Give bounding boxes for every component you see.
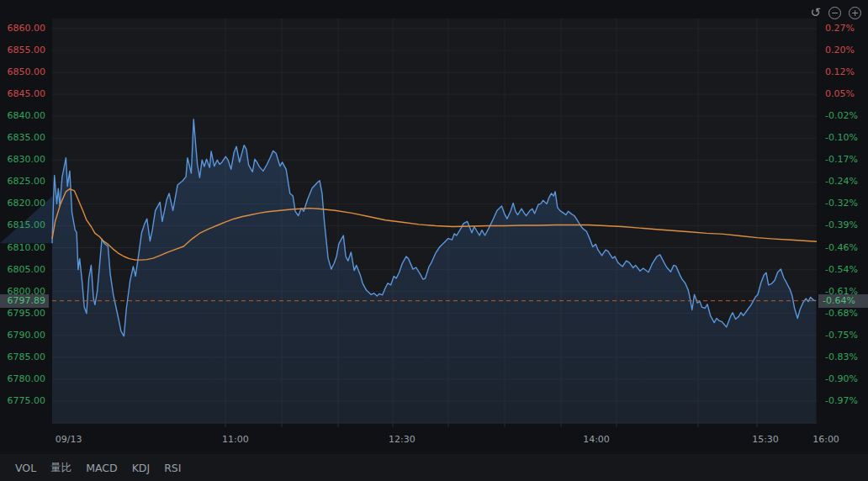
tab-rsi[interactable]: RSI	[164, 462, 181, 474]
time-axis-label: 12:30	[389, 434, 415, 445]
percent-axis-label: -0.68%	[825, 308, 858, 320]
price-axis-label: 6860.00	[0, 23, 45, 34]
price-axis-label: 6810.00	[0, 242, 45, 254]
chart-zoom-toolbar: ↺ − +	[810, 7, 861, 19]
percent-axis-label: -0.32%	[825, 198, 858, 209]
price-axis-label: 6785.00	[0, 352, 45, 363]
price-axis-label: 6850.00	[0, 66, 45, 78]
percent-axis-label: -0.83%	[825, 352, 858, 363]
percent-axis-label: -0.10%	[825, 132, 858, 144]
percent-axis-label: -0.17%	[825, 154, 858, 166]
tab-kdj[interactable]: KDJ	[132, 462, 151, 474]
percent-axis-label: -0.24%	[825, 176, 858, 188]
time-axis-label: 15:30	[752, 434, 779, 445]
percent-axis-label: 0.05%	[825, 88, 855, 100]
price-axis-label: 6830.00	[0, 154, 45, 166]
percent-axis-label: -0.46%	[825, 242, 858, 254]
price-axis-label: 6780.00	[0, 373, 45, 385]
zoom-out-icon[interactable]: −	[828, 7, 841, 19]
price-axis-label: 6845.00	[0, 88, 45, 100]
price-axis-label: 6790.00	[0, 330, 45, 341]
reset-zoom-icon[interactable]: ↺	[810, 7, 821, 19]
percent-axis-label: -0.02%	[825, 110, 858, 122]
price-axis-label: 6795.00	[0, 308, 45, 320]
time-axis-label: 16:00	[812, 434, 839, 445]
tab-macd[interactable]: MACD	[86, 462, 117, 474]
price-axis-label: 6855.00	[0, 45, 45, 56]
indicator-tab-bar: VOL量比MACDKDJRSI	[0, 454, 868, 481]
last-percent-tag: -0.64%	[818, 294, 868, 308]
tab-volume-ratio[interactable]: 量比	[50, 461, 71, 475]
price-axis-label: 6805.00	[0, 264, 45, 276]
price-axis-label: 6835.00	[0, 132, 45, 144]
time-axis: 09/1311:0012:3014:0015:3016:00	[0, 434, 868, 447]
price-axis-label: 6825.00	[0, 176, 45, 188]
percent-axis-label: -0.54%	[825, 264, 858, 276]
percent-axis-label: -0.39%	[825, 219, 858, 231]
tab-vol[interactable]: VOL	[15, 462, 36, 474]
percent-axis-label: 0.20%	[825, 45, 855, 56]
zoom-in-icon[interactable]: +	[849, 7, 861, 19]
price-axis-label: 6815.00	[0, 219, 45, 231]
price-axis-label: 6820.00	[0, 198, 45, 209]
time-axis-label: 11:00	[222, 434, 249, 445]
time-axis-label: 14:00	[583, 434, 610, 445]
percent-axis-label: -0.97%	[825, 395, 858, 407]
percent-axis-label: 0.12%	[825, 66, 855, 78]
last-price-tag: 6797.89	[0, 294, 49, 308]
trading-chart-window: ↺ − + 6860.006855.006850.006845.006840.0…	[0, 0, 868, 481]
price-axis-label: 6775.00	[0, 395, 45, 407]
intraday-price-chart[interactable]: 6860.006855.006850.006845.006840.006835.…	[0, 0, 868, 454]
percent-axis-label: -0.75%	[825, 330, 858, 341]
time-axis-label: 09/13	[56, 434, 82, 445]
price-axis-label: 6840.00	[0, 110, 45, 122]
percent-axis-label: -0.90%	[825, 373, 858, 385]
chart-canvas	[0, 0, 868, 454]
percent-axis-label: 0.27%	[825, 23, 855, 34]
